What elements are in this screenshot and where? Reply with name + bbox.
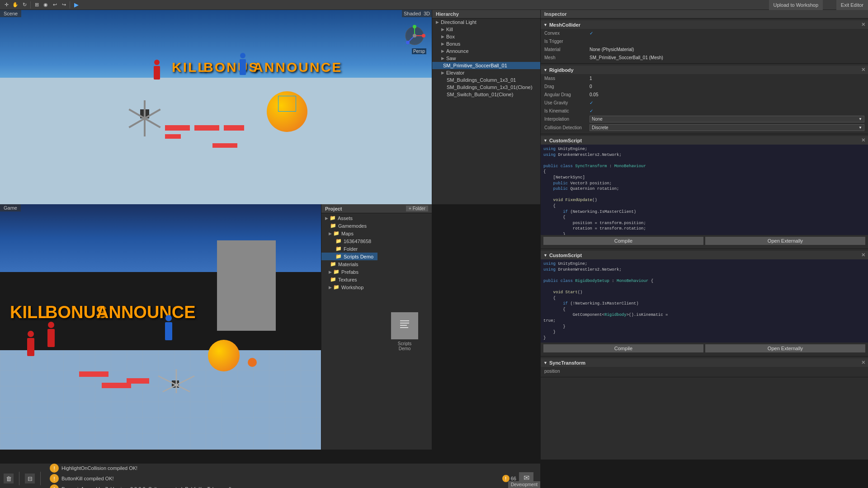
custom-script-2-header[interactable]: ▼ CustomScript ✕ [541, 251, 868, 259]
hierarchy-item-label: SM_Primitive_SoccerBall_01 [443, 63, 507, 68]
layout-button[interactable]: ⊟ [25, 474, 35, 483]
convex-label: Convex [544, 31, 590, 36]
rigidbody-header[interactable]: ▼ Rigidbody ✕ [541, 66, 868, 74]
interpolation-dropdown[interactable]: None ▼ [590, 116, 864, 122]
drag-label: Drag [544, 84, 590, 89]
close-icon[interactable]: ✕ [861, 22, 865, 28]
pivot-icon[interactable]: ◉ [42, 1, 50, 9]
exit-button[interactable]: Exit Editor [836, 0, 868, 10]
separator-1 [30, 1, 31, 9]
hierarchy-item-label: Elevator [446, 70, 464, 75]
drag-row: Drag 0 [541, 82, 868, 90]
status-row-1: ! HighlightOnCollision compiled OK! [50, 464, 500, 473]
tree-arrow-icon: ▶ [329, 231, 332, 236]
hierarchy-item-label: Saw [446, 56, 456, 61]
mesh-collider-section: ▼ MeshCollider ✕ Convex ✓ Is Trigger Mat… [541, 19, 868, 64]
scene-bonus-text: BONUS [203, 60, 259, 75]
upload-button[interactable]: Upload to Workshop [769, 0, 823, 10]
folder-icon: 📁 [330, 223, 336, 229]
folder-icon: 📁 [330, 261, 336, 267]
close-icon[interactable]: ✕ [861, 67, 865, 73]
custom-script-1-header[interactable]: ▼ CustomScript ✕ [541, 136, 868, 145]
hierarchy-item-elevator[interactable]: ▶ Elevator [432, 69, 540, 76]
game-right-wall [217, 240, 276, 331]
game-view[interactable]: KILL BONUS ANNOUNCE Game [0, 204, 321, 450]
hierarchy-list: ▶ Directional Light ▶ Kill ▶ Box ▶ Bonus… [432, 19, 540, 204]
hierarchy-item-box[interactable]: ▶ Box [432, 33, 540, 40]
scripts-icon-area: ScriptsDemo [377, 213, 432, 450]
is-trigger-label: Is Trigger [544, 39, 590, 44]
position-label: position [544, 369, 590, 374]
close-icon[interactable]: ✕ [861, 252, 865, 258]
dropdown-arrow-icon: ▼ [859, 126, 862, 130]
tree-item-gamemodes[interactable]: 📁 Gamemodes [321, 222, 377, 230]
hierarchy-item-directional-light[interactable]: ▶ Directional Light [432, 19, 540, 26]
mail-icon[interactable]: ✉ [519, 472, 533, 483]
hierarchy-item-column1[interactable]: SM_Buildings_Column_1x3_01 [432, 76, 540, 84]
tree-arrow-icon: ▶ [325, 216, 328, 221]
status-messages: ! HighlightOnCollision compiled OK! ! Bu… [50, 464, 500, 488]
open-externally-button-1[interactable]: Open Externally [705, 237, 865, 245]
hierarchy-item-saw[interactable]: ▶ Saw [432, 55, 540, 62]
figure-blue-1 [240, 53, 246, 75]
arrow-icon: ▶ [441, 49, 444, 53]
add-folder-button[interactable]: + Folder [406, 206, 428, 211]
hierarchy-item-announce[interactable]: ▶ Announce [432, 47, 540, 55]
close-icon[interactable]: ✕ [861, 360, 865, 366]
undo-icon[interactable]: ↩ [51, 1, 59, 9]
custom-script-2-code[interactable]: using UnityEngine; using DrunkenWrestler… [541, 259, 868, 343]
hierarchy-item-switch[interactable]: SM_Switch_Button_01(Clone) [432, 91, 540, 98]
tree-item-workshop[interactable]: ▶ 📁 Workshop [321, 283, 377, 291]
is-trigger-row: Is Trigger [541, 37, 868, 45]
hierarchy-item-kill[interactable]: ▶ Kill [432, 26, 540, 33]
hierarchy-item-label: Directional Light [441, 19, 476, 25]
collision-detection-dropdown[interactable]: Discrete ▼ [590, 124, 864, 131]
play-button[interactable]: ▶ [72, 1, 81, 9]
open-externally-button-2[interactable]: Open Externally [705, 344, 865, 352]
camera-gizmo [402, 23, 427, 48]
inspector-panel: Inspector ▼ MeshCollider ✕ Convex ✓ Is T… [540, 10, 868, 460]
game-figure-red-2 [47, 322, 55, 347]
figure-red-1 [154, 60, 160, 80]
scene-icon[interactable]: ⊞ [33, 1, 41, 9]
move-tool-icon[interactable]: ✛ [2, 1, 10, 9]
hierarchy-item-column2[interactable]: SM_Buildings_Column_1x3_01(Clone) [432, 84, 540, 91]
is-kinematic-value: ✓ [590, 108, 593, 113]
tree-item-materials[interactable]: 📁 Materials [321, 260, 377, 268]
tree-item-textures[interactable]: 📁 Textures [321, 276, 377, 283]
tree-item-folder[interactable]: 📁 Folder [321, 245, 377, 253]
mesh-collider-header[interactable]: ▼ MeshCollider ✕ [541, 20, 868, 29]
tree-item-scripts-demo[interactable]: 📁 Scripts Demo [321, 253, 377, 260]
scene-view[interactable]: KILL BONUS ANNOUNCE Scene Shaded 3D [0, 10, 432, 204]
mass-value: 1 [590, 76, 864, 81]
hand-tool-icon[interactable]: ✋ [11, 1, 19, 9]
sync-transform-header[interactable]: ▼ SyncTransform ✕ [541, 358, 868, 367]
close-icon[interactable]: ✕ [861, 137, 865, 143]
compile-button-2[interactable]: Compile [543, 344, 703, 352]
tree-item-prefabs[interactable]: ▶ 📁 Prefabs [321, 268, 377, 276]
custom-script-2-title: CustomScript [549, 253, 582, 258]
tree-item-assets[interactable]: ▶ 📁 Assets [321, 214, 377, 222]
arrow-icon: ▶ [441, 34, 444, 39]
mesh-row: Mesh SM_Primitive_SoccerBall_01 (Mesh) [541, 53, 868, 61]
info-icon: ! [50, 484, 59, 488]
platform-2 [194, 125, 219, 131]
folder-icon: 📁 [335, 253, 342, 259]
svg-rect-16 [400, 323, 409, 324]
redo-icon[interactable]: ↪ [60, 1, 68, 9]
tree-item-label: Workshop [341, 285, 363, 290]
collision-detection-value: Discrete [592, 125, 609, 130]
hierarchy-item-soccerball[interactable]: SM_Primitive_SoccerBall_01 [432, 62, 540, 69]
custom-script-1-code[interactable]: using UnityEngine; using DrunkenWrestler… [541, 145, 868, 235]
collapse-icon: ▼ [543, 68, 547, 72]
tree-item-maps[interactable]: ▶ 📁 Maps [321, 230, 377, 237]
compile-button-1[interactable]: Compile [543, 237, 703, 245]
rotate-tool-icon[interactable]: ↻ [20, 1, 28, 9]
mass-row: Mass 1 [541, 74, 868, 82]
hierarchy-item-bonus[interactable]: ▶ Bonus [432, 40, 540, 47]
status-bar: 🗑 ⊟ ! HighlightOnCollision compiled OK! … [0, 463, 540, 488]
tree-item-1636478658[interactable]: 📁 1636478658 [321, 237, 377, 245]
folder-icon: 📁 [335, 246, 342, 252]
svg-rect-15 [400, 320, 409, 321]
clear-button[interactable]: 🗑 [4, 474, 14, 483]
